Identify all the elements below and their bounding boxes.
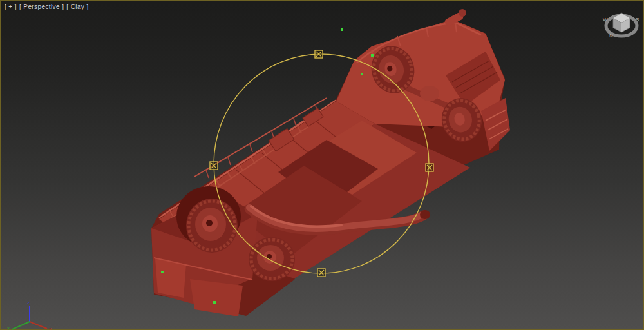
helper-point[interactable] [371, 54, 374, 57]
spline-vertex-handle[interactable] [317, 269, 325, 277]
viewport-general-menu[interactable]: [ + ] [5, 3, 17, 10]
compass-west-label[interactable]: W [603, 17, 608, 23]
max-viewport-window: [ + ] [ Perspective ] [ Clay ] [0, 0, 644, 330]
mud-flap [190, 279, 243, 316]
spline-vertex-handle[interactable] [210, 162, 218, 170]
rear-wheel-2 [249, 237, 295, 281]
spline-vertex-handle[interactable] [426, 164, 433, 171]
viewport-shading-menu[interactable]: [ Clay ] [66, 3, 88, 10]
differential [420, 86, 439, 101]
helper-point[interactable] [361, 73, 363, 75]
helper-point[interactable] [213, 301, 216, 304]
helper-point[interactable] [341, 28, 343, 31]
truck-model[interactable] [151, 9, 510, 316]
rear-wheel-1 [186, 199, 238, 253]
x-axis [30, 322, 47, 329]
viewcube[interactable]: W S N [603, 13, 639, 39]
y-axis [12, 322, 30, 329]
x-axis-label: x [49, 326, 52, 330]
y-axis-label: y [7, 325, 10, 330]
viewport-label: [ + ] [ Perspective ] [ Clay ] [5, 3, 89, 10]
z-axis-label: z [27, 300, 30, 306]
helper-point[interactable] [161, 271, 164, 273]
world-axis-tripod: z y x [7, 300, 52, 330]
viewport-pov-menu[interactable]: [ Perspective ] [19, 3, 64, 10]
compass-south-label[interactable]: S [636, 17, 639, 23]
compass-north-label[interactable]: N [609, 33, 613, 39]
viewport-canvas[interactable]: [ + ] [ Perspective ] [ Clay ] [0, 0, 644, 330]
spline-vertex-handle[interactable] [315, 50, 323, 58]
